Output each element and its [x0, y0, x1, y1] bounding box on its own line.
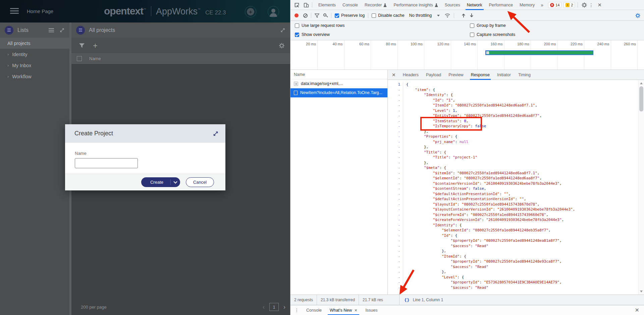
disable-cache-checkbox[interactable]	[372, 13, 376, 18]
checked-checkbox[interactable]	[295, 33, 299, 37]
preserve-log-checkbox[interactable]	[335, 13, 339, 18]
fold-marker-icon[interactable]: -	[388, 103, 403, 108]
fold-marker-icon[interactable]: -	[388, 155, 403, 160]
scroll-thumb[interactable]	[639, 86, 643, 111]
clear-icon[interactable]	[303, 13, 308, 18]
devtools-tab-network[interactable]: Network	[464, 0, 486, 10]
fold-marker-icon[interactable]: -	[388, 165, 403, 171]
response-scrollbar[interactable]	[638, 80, 644, 295]
devtools-close-icon[interactable]: ✕	[595, 2, 604, 8]
export-har-icon[interactable]	[470, 13, 474, 18]
unchecked-checkbox[interactable]	[470, 24, 474, 28]
network-search-icon[interactable]	[323, 13, 328, 18]
drawer-menu-kebab-icon[interactable]: ⋮	[290, 308, 302, 313]
drawer-close-icon[interactable]: ✕	[635, 307, 639, 313]
setting-use-large-request-rows[interactable]: Use large request rows	[295, 23, 345, 28]
unchecked-checkbox[interactable]	[295, 24, 299, 28]
fold-marker-icon[interactable]: -	[388, 249, 403, 254]
request-row[interactable]: data:image/svg+xml,...	[290, 79, 387, 88]
fold-marker-icon[interactable]: -	[388, 238, 403, 243]
dialog-expand-icon[interactable]	[213, 131, 219, 137]
import-har-icon[interactable]	[462, 13, 466, 18]
fold-marker-icon[interactable]: -	[388, 202, 403, 207]
network-settings-gear-icon[interactable]	[635, 13, 641, 18]
fold-marker-icon[interactable]: -	[388, 254, 403, 259]
disable-cache-label[interactable]: Disable cache	[378, 13, 405, 18]
fold-marker-icon[interactable]: -	[388, 134, 403, 139]
devtools-tab-performance[interactable]: Performance	[486, 0, 517, 10]
fold-marker-icon[interactable]: -	[388, 98, 403, 103]
drawer-tab-issues[interactable]: Issues	[361, 305, 381, 315]
select-all-checkbox[interactable]	[77, 56, 82, 61]
fold-marker-icon[interactable]: -	[388, 139, 403, 145]
scroll-down-icon[interactable]	[640, 290, 643, 292]
add-project-icon[interactable]: +	[93, 43, 98, 49]
fold-marker-icon[interactable]: -	[388, 129, 403, 134]
all-projects-expand-icon[interactable]	[280, 28, 285, 33]
fold-marker-icon[interactable]: -	[388, 92, 403, 98]
setting-capture-screenshots[interactable]: Capture screenshots	[470, 32, 515, 37]
close-details-icon[interactable]: ✕	[388, 72, 399, 78]
fold-marker-icon[interactable]: -	[388, 191, 403, 197]
drawer-tab-what-s-new[interactable]: What's New✕	[326, 305, 362, 315]
fold-marker-icon[interactable]: -	[388, 217, 403, 223]
request-row[interactable]: NewItem?include=All,Relation.ToOne.Targ.…	[290, 88, 387, 97]
fold-marker-icon[interactable]: -	[388, 285, 403, 290]
fold-marker-icon[interactable]: -	[388, 181, 403, 186]
fold-marker-icon[interactable]: -	[388, 119, 403, 124]
create-button[interactable]: Create	[141, 177, 180, 187]
sidebar-item-my-inbox[interactable]: ›My Inbox	[0, 60, 69, 71]
fold-marker-icon[interactable]: -	[388, 243, 403, 249]
overview-request-bar[interactable]	[485, 50, 593, 55]
fold-marker-icon[interactable]: -	[388, 212, 403, 218]
detail-tab-timing[interactable]: Timing	[515, 70, 534, 80]
request-list-header[interactable]: Name	[290, 70, 387, 79]
fold-marker-icon[interactable]: -	[388, 196, 403, 202]
prev-page-icon[interactable]: ‹	[263, 304, 265, 311]
user-avatar-button[interactable]	[268, 6, 279, 17]
unchecked-checkbox[interactable]	[470, 33, 474, 37]
fold-marker-icon[interactable]: -	[388, 186, 403, 191]
preserve-log-label[interactable]: Preserve log	[341, 13, 365, 18]
detail-tab-preview[interactable]: Preview	[445, 70, 467, 80]
filter-icon[interactable]	[79, 43, 85, 49]
close-tab-icon[interactable]: ✕	[354, 308, 357, 313]
inspect-element-icon[interactable]	[294, 2, 300, 8]
fold-marker-icon[interactable]: -	[388, 144, 403, 150]
fold-marker-icon[interactable]: -	[388, 113, 403, 119]
devtools-menu-kebab-icon[interactable]: ⋮	[587, 2, 595, 8]
warning-badge[interactable]: !2	[564, 2, 575, 8]
devtools-tab-performance-insights[interactable]: Performance insights	[390, 0, 441, 10]
lists-expand-icon[interactable]	[59, 28, 65, 33]
response-body[interactable]: 1{- "item": {- "Identity": {- "Id": "1",…	[388, 80, 638, 295]
detail-tab-payload[interactable]: Payload	[422, 70, 445, 80]
network-overview[interactable]: 20 ms40 ms60 ms80 ms100 ms120 ms140 ms16…	[290, 40, 644, 70]
detail-tab-response[interactable]: Response	[467, 70, 493, 80]
create-options-caret[interactable]	[171, 182, 180, 183]
throttling-select[interactable]: No throttling	[409, 13, 432, 18]
fold-marker-icon[interactable]: -	[388, 259, 403, 264]
network-conditions-icon[interactable]	[444, 13, 450, 18]
lists-menu-icon[interactable]	[49, 28, 54, 32]
fold-marker-icon[interactable]: -	[388, 108, 403, 114]
fold-marker-icon[interactable]: -	[388, 275, 403, 280]
format-json-icon[interactable]: {}	[404, 298, 410, 303]
sidebar-item-all-projects[interactable]: All projects	[0, 38, 69, 49]
fold-marker-icon[interactable]: -	[388, 269, 403, 275]
fold-marker-icon[interactable]: -	[388, 171, 403, 176]
devtools-tab-sources[interactable]: Sources	[441, 0, 464, 10]
fold-marker-icon[interactable]: -	[388, 233, 403, 238]
devtools-tab-elements[interactable]: Elements	[315, 0, 339, 10]
sidebar-item-identity[interactable]: ›Identity	[0, 49, 69, 60]
fold-marker-icon[interactable]: -	[388, 176, 403, 181]
scroll-up-icon[interactable]	[640, 82, 643, 84]
fold-marker-icon[interactable]: -	[388, 264, 403, 270]
detail-tab-headers[interactable]: Headers	[399, 70, 422, 80]
devtools-tab-recorder[interactable]: Recorder	[361, 0, 390, 10]
fold-marker-icon[interactable]: -	[388, 150, 403, 155]
fold-marker-icon[interactable]: -	[388, 87, 403, 93]
setting-show-overview[interactable]: Show overview	[295, 32, 330, 37]
devtools-tab-memory[interactable]: Memory	[516, 0, 538, 10]
cancel-button[interactable]: Cancel	[186, 177, 214, 187]
record-button[interactable]	[294, 13, 299, 17]
